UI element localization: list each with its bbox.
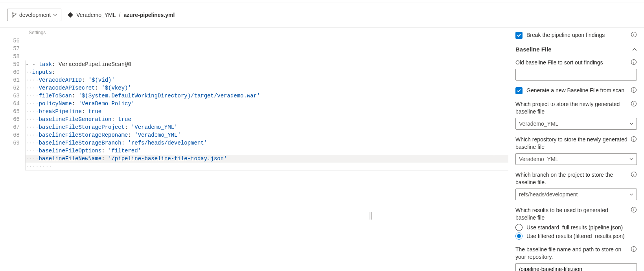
branch-store-value: refs/heads/development [519, 191, 578, 198]
filename-label: The baseline file name and path to store… [515, 246, 627, 261]
info-icon[interactable] [631, 59, 637, 65]
project-store-label: Which project to store the newly generat… [515, 101, 627, 115]
info-icon[interactable] [631, 31, 637, 38]
baseline-file-section-header[interactable]: Baseline File [515, 46, 637, 53]
old-baseline-label: Old baseline File to sort out findings [515, 59, 627, 66]
chevron-down-icon [629, 192, 633, 196]
pipeline-icon [68, 12, 73, 18]
code-line[interactable]: ····breakPipeline: true [25, 108, 508, 115]
branch-label: development [19, 12, 51, 18]
code-line[interactable]: ····baselineFileGeneration: true [25, 115, 508, 123]
baseline-file-title: Baseline File [515, 46, 552, 53]
results-label: Which results to be used to generated ba… [515, 207, 627, 222]
svg-point-0 [12, 13, 13, 14]
chevron-down-icon [629, 157, 633, 161]
code-line[interactable]: ········ [25, 163, 508, 170]
repo-store-label: Which repository to store the newly gene… [515, 136, 627, 151]
code-line[interactable]: ····VeracodeAPIID: '$(vid)' [25, 76, 508, 84]
info-icon[interactable] [631, 87, 637, 93]
old-baseline-input[interactable] [515, 69, 637, 81]
chevron-down-icon [53, 13, 57, 17]
line-gutter: 5657585960616263646566676869 [0, 37, 25, 170]
branch-picker[interactable]: development [7, 9, 61, 21]
info-icon[interactable] [631, 101, 637, 107]
breadcrumb: Verademo_YML / azure-pipelines.yml [68, 12, 175, 18]
breadcrumb-sep: / [119, 12, 121, 18]
info-icon[interactable] [631, 207, 637, 213]
info-icon[interactable] [631, 246, 637, 252]
code-line[interactable]: - - task: VeracodePipelineScan@0 [25, 60, 508, 68]
code-line[interactable]: ··inputs: [25, 68, 508, 76]
project-store-select[interactable]: Verademo_YML [515, 118, 637, 130]
break-pipeline-row: Break the pipeline upon findings [515, 31, 637, 39]
repo-store-select[interactable]: Verademo_YML [515, 153, 637, 165]
filename-input[interactable] [515, 263, 637, 271]
breadcrumb-project[interactable]: Verademo_YML [76, 12, 116, 18]
code-editor[interactable]: Settings 5657585960616263646566676869 - … [0, 27, 508, 271]
panel-resize-handle[interactable] [369, 211, 373, 220]
chevron-down-icon [629, 122, 633, 126]
code-line[interactable]: ····VeracodeAPIsecret: '$(vkey)' [25, 84, 508, 92]
svg-point-1 [12, 16, 13, 17]
repo-store-value: Verademo_YML [519, 156, 558, 162]
branch-store-select[interactable]: refs/heads/development [515, 189, 637, 200]
break-pipeline-label: Break the pipeline upon findings [526, 31, 627, 39]
branch-store-label: Which branch on the project to store the… [515, 171, 627, 186]
generate-baseline-checkbox[interactable] [515, 87, 523, 94]
svg-point-2 [15, 13, 16, 14]
branch-icon [11, 12, 17, 18]
task-settings-panel: Break the pipeline upon findings Baselin… [508, 27, 644, 271]
radio-standard[interactable] [515, 224, 523, 231]
code-line[interactable]: ····baselineFileOptions: 'filtered' [25, 147, 508, 155]
info-icon[interactable] [631, 136, 637, 142]
chevron-up-icon [632, 47, 637, 52]
code-line[interactable]: ····baselineFileStorageProject: 'Veradem… [25, 123, 508, 131]
breadcrumb-file[interactable]: azure-pipelines.yml [123, 12, 175, 18]
info-icon[interactable] [631, 171, 637, 178]
generate-baseline-label: Generate a new Baseline File from scan [526, 87, 627, 94]
code-line[interactable]: ····baselineFileStorageReponame: 'Verade… [25, 131, 508, 139]
radio-filtered-label: Use filtered results (filtered_results.j… [526, 233, 625, 239]
project-store-value: Verademo_YML [519, 121, 558, 127]
code-area[interactable]: - - task: VeracodePipelineScan@0··inputs… [25, 37, 508, 170]
code-line[interactable]: ····baselineFileStorageBranch: 'refs/hea… [25, 139, 508, 147]
radio-filtered[interactable] [515, 233, 523, 240]
top-bar: development Verademo_YML / azure-pipelin… [0, 2, 644, 27]
radio-standard-label: Use standard, full results (pipeline.jso… [526, 224, 623, 231]
code-line[interactable]: ····fileToScan: '$(System.DefaultWorking… [25, 92, 508, 100]
settings-label: Settings [29, 30, 46, 35]
code-line[interactable]: ····baselineFileNewName: '/pipeline-base… [25, 155, 508, 163]
code-line[interactable]: ····policyName: 'VeraDemo Policy' [25, 100, 508, 108]
break-pipeline-checkbox[interactable] [515, 32, 523, 39]
